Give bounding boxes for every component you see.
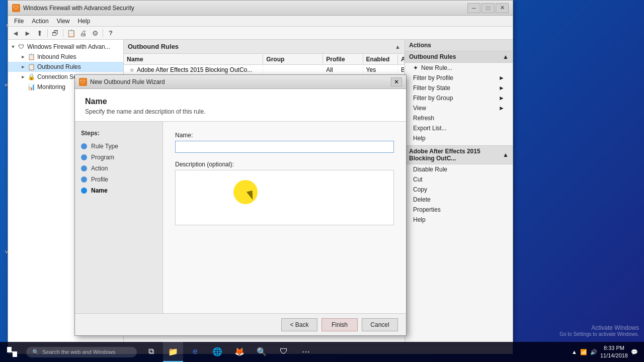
wizard-step-action-label: Action xyxy=(91,165,108,172)
wizard-step-name: Name xyxy=(75,185,163,196)
taskbar-clock[interactable]: 8:33 PM 11/14/2018 xyxy=(600,344,628,360)
wizard-top: Name Specify the name and description of… xyxy=(75,89,406,122)
taskbar: 🔍 Search the web and Windows ⧉ 📁 e 🌐 🦊 🔍 xyxy=(0,342,644,362)
wizard-description-input[interactable] xyxy=(175,170,394,225)
wizard-step-rule-type-label: Rule Type xyxy=(91,143,118,150)
search-icon: 🔍 xyxy=(32,349,39,355)
taskbar-app-task-view[interactable]: ⧉ xyxy=(141,342,161,362)
wizard-main: Steps: Rule Type Program Action xyxy=(75,122,406,313)
taskbar-search[interactable]: 🔍 Search the web and Windows xyxy=(26,347,137,357)
wizard-step-name-label: Name xyxy=(91,187,108,194)
taskbar-app-firefox[interactable]: 🦊 xyxy=(229,342,250,362)
explorer-icon: 📁 xyxy=(168,347,178,356)
taskbar-app-more[interactable]: ⋯ xyxy=(296,342,316,362)
wizard-overlay: 🛡 New Outbound Rule Wizard ✕ Name Specif… xyxy=(0,0,644,362)
step-dot-profile xyxy=(81,176,87,183)
wizard-title: New Outbound Rule Wizard xyxy=(90,78,391,85)
firefox-icon: 🦊 xyxy=(234,347,245,356)
wizard-finish-button[interactable]: Finish xyxy=(321,318,358,331)
taskbar-apps: ⧉ 📁 e 🌐 🦊 🔍 🛡 ⋯ xyxy=(141,342,316,362)
wizard-cancel-button[interactable]: Cancel xyxy=(362,318,398,331)
tray-volume-icon[interactable]: 🔊 xyxy=(590,349,597,355)
wizard-step-program-label: Program xyxy=(91,154,114,161)
wizard-body: Name Specify the name and description of… xyxy=(75,89,406,335)
wizard-dialog: 🛡 New Outbound Rule Wizard ✕ Name Specif… xyxy=(74,74,407,336)
wizard-step-rule-type: Rule Type xyxy=(75,141,163,152)
wizard-description-field: Description (optional): xyxy=(175,161,394,227)
start-button[interactable] xyxy=(0,342,24,362)
wizard-name-label: Name: xyxy=(175,132,394,139)
wizard-icon: 🛡 xyxy=(79,78,87,86)
wizard-back-button[interactable]: < Back xyxy=(281,318,317,331)
tray-network-icon: 📶 xyxy=(580,349,587,355)
step-dot-program xyxy=(81,154,87,160)
action-center-icon[interactable]: 💬 xyxy=(631,349,638,355)
taskbar-app-chrome[interactable]: 🌐 xyxy=(207,342,227,362)
taskbar-app-shield[interactable]: 🛡 xyxy=(274,342,294,362)
wizard-steps-label: Steps: xyxy=(75,128,163,141)
wizard-content: Name: Description (optional): xyxy=(163,122,406,313)
taskbar-app-search-app[interactable]: 🔍 xyxy=(252,342,272,362)
wizard-steps: Steps: Rule Type Program Action xyxy=(75,122,163,313)
wizard-step-action: Action xyxy=(75,163,163,174)
wizard-description-label: Description (optional): xyxy=(175,161,394,168)
task-view-icon: ⧉ xyxy=(148,347,154,356)
wizard-step-profile: Profile xyxy=(75,174,163,185)
clock-time: 8:33 PM xyxy=(600,344,628,352)
step-dot-action xyxy=(81,165,87,171)
clock-date: 11/14/2018 xyxy=(600,352,628,359)
taskbar-search-placeholder: Search the web and Windows xyxy=(42,349,116,355)
step-dot-rule-type xyxy=(81,143,87,149)
wizard-titlebar: 🛡 New Outbound Rule Wizard ✕ xyxy=(75,75,406,89)
wizard-step-program: Program xyxy=(75,152,163,163)
tray-up-arrow[interactable]: ▲ xyxy=(572,349,577,355)
wizard-name-input[interactable] xyxy=(175,141,394,153)
taskbar-app-explorer[interactable]: 📁 xyxy=(163,342,183,362)
chrome-icon: 🌐 xyxy=(212,347,222,356)
search-app-icon: 🔍 xyxy=(257,347,267,356)
wizard-page-title: Name xyxy=(85,97,396,106)
wizard-step-profile-label: Profile xyxy=(91,176,108,183)
wizard-page-subtitle: Specify the name and description of this… xyxy=(85,108,396,115)
taskbar-tray: ▲ 📶 🔊 8:33 PM 11/14/2018 💬 xyxy=(572,344,644,360)
edge-icon: e xyxy=(193,347,198,356)
step-dot-name xyxy=(81,188,87,194)
desktop: 🗑 Recycl... 🎬 video so... 💻 vmca 📁 testi… xyxy=(0,0,644,362)
wizard-close-button[interactable]: ✕ xyxy=(391,77,402,86)
taskbar-app-edge[interactable]: e xyxy=(185,342,205,362)
more-apps-icon: ⋯ xyxy=(302,347,310,356)
shield-app-icon: 🛡 xyxy=(280,347,288,356)
wizard-footer: < Back Finish Cancel xyxy=(75,313,406,335)
windows-logo-icon xyxy=(7,347,17,357)
wizard-name-field: Name: xyxy=(175,132,394,153)
